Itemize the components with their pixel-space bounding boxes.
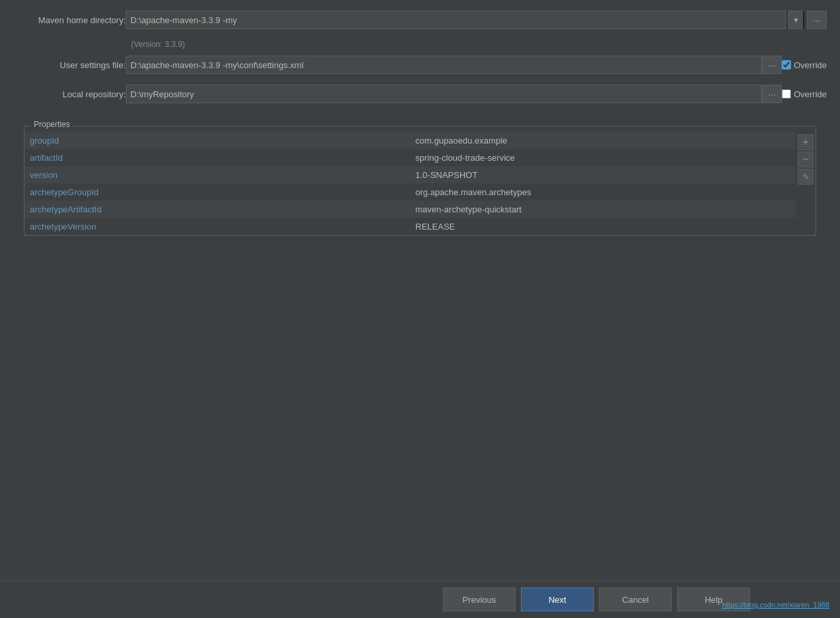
property-value: spring-cloud-trade-service	[410, 149, 796, 166]
properties-legend: Properties	[31, 120, 73, 129]
local-repo-row: Local repository: ··· Override	[13, 85, 827, 103]
edit-property-button[interactable]: ✎	[798, 169, 814, 185]
table-row[interactable]: archetypeGroupIdorg.apache.maven.archety…	[24, 183, 796, 200]
user-settings-override-label[interactable]: Override	[794, 60, 827, 70]
user-settings-override-checkbox[interactable]	[782, 60, 791, 69]
add-property-button[interactable]: +	[798, 134, 814, 150]
table-row[interactable]: archetypeArtifactIdmaven-archetype-quick…	[24, 200, 796, 218]
properties-table: groupIdcom.gupaoedu.exampleartifactIdspr…	[24, 132, 796, 235]
properties-section: Properties groupIdcom.gupaoedu.examplear…	[24, 126, 816, 236]
remove-property-button[interactable]: −	[798, 152, 814, 167]
property-key: archetypeVersion	[24, 218, 410, 235]
table-row[interactable]: groupIdcom.gupaoedu.example	[24, 132, 796, 149]
previous-button[interactable]: Previous	[443, 588, 516, 611]
table-row[interactable]: archetypeVersionRELEASE	[24, 218, 796, 235]
footer-buttons: Previous Next Cancel Help	[443, 588, 750, 611]
property-value: org.apache.maven.archetypes	[410, 183, 796, 200]
local-repo-input[interactable]	[126, 85, 762, 103]
local-repo-override-checkbox[interactable]	[782, 89, 791, 99]
property-key: archetypeArtifactId	[24, 200, 410, 218]
user-settings-input[interactable]	[126, 56, 762, 74]
cancel-button[interactable]: Cancel	[599, 588, 672, 611]
property-value: RELEASE	[410, 218, 796, 235]
maven-home-dropdown-btn[interactable]: ▼	[788, 11, 804, 29]
maven-home-label: Maven home directory:	[13, 15, 126, 25]
user-settings-override-container: Override	[782, 60, 827, 70]
property-value: com.gupaoedu.example	[410, 132, 796, 149]
local-repo-label: Local repository:	[13, 89, 126, 99]
table-row[interactable]: version1.0-SNAPSHOT	[24, 166, 796, 183]
property-key: archetypeGroupId	[24, 183, 410, 200]
maven-home-browse-btn[interactable]: ···	[807, 11, 827, 29]
property-key: version	[24, 166, 410, 183]
user-settings-row: User settings file: ··· Override	[13, 56, 827, 74]
property-value: 1.0-SNAPSHOT	[410, 166, 796, 183]
local-repo-browse-btn[interactable]: ···	[762, 85, 782, 103]
user-settings-label: User settings file:	[13, 60, 126, 70]
footer: Previous Next Cancel Help https://blog.c…	[0, 580, 840, 618]
footer-link[interactable]: https://blog.csdn.net/xiaren_1988	[722, 601, 829, 609]
properties-container: groupIdcom.gupaoedu.exampleartifactIdspr…	[24, 132, 816, 235]
maven-home-row: Maven home directory: ▼ ···	[13, 11, 827, 29]
local-repo-override-container: Override	[782, 89, 827, 99]
user-settings-browse-btn[interactable]: ···	[762, 56, 782, 74]
properties-actions: + − ✎	[796, 132, 816, 235]
maven-home-input[interactable]	[126, 11, 786, 29]
next-button[interactable]: Next	[521, 588, 594, 611]
table-row[interactable]: artifactIdspring-cloud-trade-service	[24, 149, 796, 166]
property-key: groupId	[24, 132, 410, 149]
maven-version-text: (Version: 3.3.9)	[131, 40, 827, 49]
property-value: maven-archetype-quickstart	[410, 200, 796, 218]
local-repo-override-label[interactable]: Override	[794, 89, 827, 99]
property-key: artifactId	[24, 149, 410, 166]
